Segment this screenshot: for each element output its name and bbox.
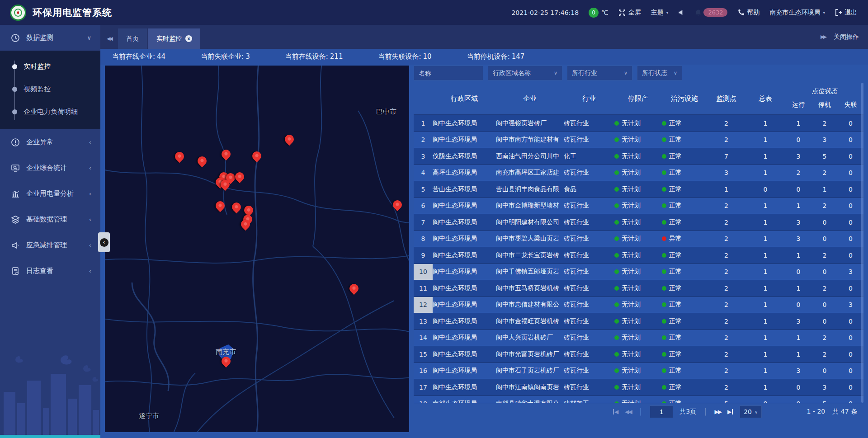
prev-page-button[interactable]: ◀◀ (625, 409, 631, 415)
table-row[interactable]: 5营山生态环境局营山县润丰肉食品有限食品无计划正常10010 (414, 181, 863, 198)
theme-menu[interactable]: 主题▾ (651, 9, 669, 17)
region-filter-select[interactable]: 行政区域名称∨ (488, 66, 562, 80)
table-row[interactable]: 13阆中生态环境局阆中市金福旺页岩机砖砖瓦行业无计划正常21300 (414, 313, 863, 330)
sidebar-subitem-1[interactable]: 视频监控 (0, 78, 100, 100)
first-page-button[interactable]: ◀ (613, 409, 618, 415)
speaker-icon (678, 9, 685, 16)
cell-region: 南部生态环境局 (433, 400, 496, 403)
cell-company: 阆中市二龙长宝页岩砖 (496, 251, 564, 259)
row-number: 5 (414, 186, 433, 193)
status-dot-icon (614, 269, 619, 274)
cell-facility-status: 正常 (662, 251, 707, 259)
row-number: 2 (414, 136, 433, 143)
notifications-button[interactable]: 2632 (695, 8, 727, 17)
cell-limit-status: 无计划 (614, 235, 662, 243)
cell-company: 南部县砂华土混有限公 (496, 400, 564, 403)
cell-lost: 0 (838, 384, 863, 391)
fullscreen-button[interactable]: 全屏 (618, 9, 641, 17)
chevron-down-icon: ∨ (87, 34, 91, 41)
row-number: 6 (414, 202, 433, 209)
cell-region: 仪陇生态环境局 (433, 152, 496, 160)
table-row[interactable]: 15阆中生态环境局阆中市光富页岩机砖厂砖瓦行业无计划正常21120 (414, 346, 863, 363)
table-row[interactable]: 11阆中生态环境局阆中市五马桥页岩机砖砖瓦行业无计划正常21120 (414, 280, 863, 297)
cell-region: 阆中生态环境局 (433, 317, 496, 325)
bar-chart-icon (10, 189, 21, 198)
cell-stop: 1 (811, 186, 838, 193)
tab-close-icon[interactable]: x (185, 35, 192, 42)
cell-region: 高坪生态环境局 (433, 169, 496, 177)
sidebar-item-4[interactable]: 基础数据管理‹ (0, 207, 100, 232)
col-region: 行政区域 (433, 94, 496, 103)
table-row[interactable]: 7阆中生态环境局阆中明阳建材有限公司砖瓦行业无计划正常21300 (414, 214, 863, 231)
sidebar-item-6[interactable]: 日志查看‹ (0, 258, 100, 284)
sidebar-item-0[interactable]: 数据监测∨ (0, 25, 100, 51)
name-filter-input[interactable] (414, 66, 483, 80)
status-dot-icon (614, 385, 619, 390)
mute-button[interactable] (678, 9, 685, 16)
sidebar-item-1[interactable]: 企业异常‹ (0, 129, 100, 155)
sidebar-item-3[interactable]: 企业用电量分析‹ (0, 181, 100, 207)
stat-item-0: 当前在线企业:44 (112, 52, 165, 61)
table-row[interactable]: 3仪陇生态环境局西南油气田分公司川中化工无计划正常71350 (414, 148, 863, 165)
table-row[interactable]: 2阆中生态环境局阆中市南方节能建材有砖瓦行业无计划正常21030 (414, 132, 863, 149)
sidebar-subitem-0[interactable]: 实时监控 (0, 55, 100, 78)
cell-industry: 砖瓦行业 (564, 119, 614, 127)
cell-lost: 0 (838, 285, 863, 292)
tab-bar: ◀◀ 首页实时监控x ▶▶ 关闭操作 (100, 25, 868, 49)
cell-industry: 砖瓦行业 (564, 251, 614, 259)
cell-lost: 0 (838, 334, 863, 341)
col-run: 运行 (785, 101, 811, 109)
sidebar-item-5[interactable]: 应急减排管理‹ (0, 232, 100, 258)
table-row[interactable]: 9阆中生态环境局阆中市二龙长宝页岩砖砖瓦行业无计划正常21120 (414, 247, 863, 264)
tabs-scroll-left-icon[interactable]: ◀◀ (100, 28, 118, 49)
cell-industry: 建材加工 (564, 400, 614, 403)
cell-facility-status: 正常 (662, 383, 707, 391)
cell-company: 阆中明阳建材有限公司 (496, 218, 564, 226)
status-dot-icon (662, 154, 666, 159)
table-row[interactable]: 8阆中生态环境局阆中市枣碧大梁山页岩砖瓦行业无计划异常21300 (414, 231, 863, 248)
logout-button[interactable]: 退出 (835, 9, 857, 17)
status-filter-select[interactable]: 所有状态∨ (637, 66, 682, 80)
next-page-button[interactable]: ▶▶ (715, 409, 721, 415)
table-row[interactable]: 4高坪生态环境局南充市高坪区王家店建砖瓦行业无计划正常31220 (414, 165, 863, 182)
table-row[interactable]: 18南部生态环境局南部县砂华土混有限公建材加工无计划正常50050 (414, 396, 863, 403)
enterprise-table: 行政区域 企业 行业 停限产 治污设施 监测点 总表 点位状态 运行 停机 失联… (414, 83, 863, 403)
col-group-point-status: 点位状态 运行 停机 失联 (785, 83, 863, 114)
sidebar-item-2[interactable]: 企业综合统计‹ (0, 155, 100, 181)
industry-filter-select[interactable]: 所有行业∨ (567, 66, 632, 80)
cell-meters: 1 (745, 268, 785, 275)
tab-1[interactable]: 实时监控x (148, 28, 200, 49)
last-page-button[interactable]: ▶ (727, 409, 733, 415)
cell-company: 南充市高坪区王家店建 (496, 169, 564, 177)
status-dot-icon (614, 187, 619, 192)
table-scrollbar[interactable] (861, 83, 863, 403)
page-number-input[interactable] (650, 405, 673, 418)
org-menu[interactable]: 南充市生态环境局▾ (769, 9, 825, 17)
cell-industry: 砖瓦行业 (564, 383, 614, 391)
sidebar-subitem-2[interactable]: 企业电力负荷明细 (0, 100, 100, 123)
map-collapse-button[interactable]: ‹ (98, 232, 110, 252)
table-row[interactable]: 1阆中生态环境局阆中强锐页岩砖厂砖瓦行业无计划正常21120 (414, 115, 863, 132)
right-panel: 行政区域名称∨ 所有行业∨ 所有状态∨ 行政区域 企业 行业 停限产 治污设施 … (414, 66, 863, 433)
status-dot-icon (614, 236, 619, 241)
table-row[interactable]: 16阆中生态环境局阆中市石子页岩机砖厂砖瓦行业无计划正常21300 (414, 363, 863, 380)
table-row[interactable]: 12阆中生态环境局阆中市忠信建材有限公砖瓦行业无计划正常21003 (414, 297, 863, 314)
table-row[interactable]: 14阆中生态环境局阆中大兴页岩机砖厂砖瓦行业无计划正常21120 (414, 330, 863, 347)
help-button[interactable]: 帮助 (737, 9, 760, 17)
sidebar-bottom-strip (0, 435, 100, 438)
cell-run: 3 (785, 367, 811, 374)
cell-company: 西南油气田分公司川中 (496, 152, 564, 160)
tab-0[interactable]: 首页 (118, 28, 147, 49)
page-size-select[interactable]: 20∨ (740, 405, 762, 418)
tabs-scroll-right-icon[interactable]: ▶▶ (821, 34, 826, 40)
map-panel[interactable]: 巴中市南充市遂宁市 (105, 66, 409, 432)
app-root: 环保用电监管系统 2021-02-25 17:46:18 0 ℃ 全屏 主题▾ (0, 0, 868, 438)
cell-facility-status: 正常 (662, 317, 707, 325)
chevron-left-icon: ‹ (89, 165, 91, 171)
table-row[interactable]: 10阆中生态环境局阆中千佛镇五郎垭页岩砖瓦行业无计划正常21003 (414, 264, 863, 281)
table-row[interactable]: 17阆中生态环境局阆中市江南镇阆南页岩砖瓦行业无计划正常21030 (414, 379, 863, 396)
fullscreen-icon (618, 9, 626, 16)
table-row[interactable]: 6阆中生态环境局阆中市金博瑞新型墙材砖瓦行业无计划正常21120 (414, 198, 863, 215)
cell-meters: 1 (745, 136, 785, 143)
close-operations-button[interactable]: 关闭操作 (834, 33, 859, 41)
